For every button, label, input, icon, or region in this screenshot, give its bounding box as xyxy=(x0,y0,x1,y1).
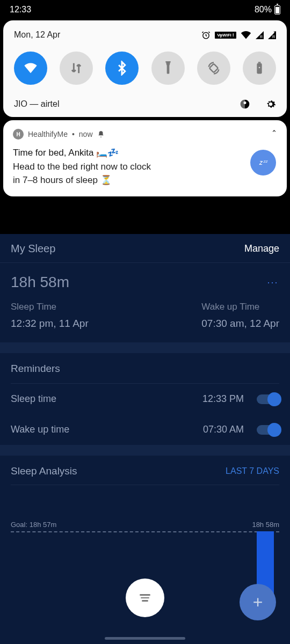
status-time: 12:33 xyxy=(10,5,31,14)
reminder-row[interactable]: Sleep time 12:33 PM xyxy=(11,384,279,414)
svg-rect-3 xyxy=(257,63,262,74)
alarm-icon xyxy=(201,31,211,40)
sleep-time-label: Sleep Time xyxy=(11,302,89,312)
bar-label: 18h 58m xyxy=(252,521,279,529)
qs-date[interactable]: Mon, 12 Apr xyxy=(14,30,60,40)
nav-handle[interactable] xyxy=(105,637,185,640)
bell-icon xyxy=(97,130,105,138)
notif-title: Time for bed, Ankita 🛏️💤 xyxy=(13,147,277,158)
qs-status-icons: Vo̬WiFi ⁞ R xR xyxy=(201,31,276,40)
rotate-icon xyxy=(206,61,221,76)
goal-label: Goal: 18h 57m xyxy=(11,521,60,529)
qs-bluetooth-tile[interactable] xyxy=(105,52,139,85)
svg-rect-4 xyxy=(258,62,261,63)
collapse-toggle[interactable]: ⌃ xyxy=(271,129,277,137)
wifi-icon xyxy=(23,61,38,76)
status-battery: 80% xyxy=(255,5,272,14)
notif-action-button[interactable]: zᶻᶻ xyxy=(250,150,276,175)
quick-settings-panel[interactable]: Mon, 12 Apr Vo̬WiFi ⁞ R xR JIO — airte xyxy=(3,20,287,117)
add-fab[interactable]: + xyxy=(240,584,276,620)
reminder-time[interactable]: 07:30 AM xyxy=(203,424,244,435)
notif-time: now xyxy=(79,130,93,138)
section-title: My Sleep xyxy=(11,243,55,255)
svg-rect-2 xyxy=(209,64,218,72)
wake-time-value: 07:30 am, 12 Apr xyxy=(201,318,279,330)
menu-fab[interactable] xyxy=(126,579,164,617)
qs-carrier-label[interactable]: JIO — airtel xyxy=(14,99,59,109)
wake-time-label: Wake up Time xyxy=(201,302,279,312)
bluetooth-icon xyxy=(114,61,129,76)
notification-card[interactable]: H HealthifyMe • now ⌃ Time for bed, Anki… xyxy=(3,120,287,196)
qs-battery-saver-tile[interactable] xyxy=(243,52,276,85)
notif-body: Head to the bed right now to clock in 7–… xyxy=(13,160,195,187)
data-icon xyxy=(69,61,84,76)
reminder-toggle[interactable] xyxy=(257,425,279,435)
kebab-menu[interactable]: ⋮ xyxy=(266,277,279,287)
app-icon: H xyxy=(13,129,24,140)
app-content: My Sleep Manage 18h 58m ⋮ Sleep Time 12:… xyxy=(0,234,290,644)
manage-button[interactable]: Manage xyxy=(244,243,279,254)
reminder-row[interactable]: Wake up time 07:30 AM xyxy=(11,414,279,445)
reminder-time[interactable]: 12:33 PM xyxy=(202,393,244,405)
sleep-total-value: 18h 58m xyxy=(11,274,69,291)
qs-flashlight-tile[interactable] xyxy=(151,52,185,85)
battery-saver-icon xyxy=(252,61,267,76)
svg-point-6 xyxy=(244,101,247,104)
period-selector[interactable]: LAST 7 DAYS xyxy=(226,466,279,476)
reminders-title: Reminders xyxy=(11,363,279,384)
status-bar: 12:33 80% xyxy=(0,0,290,19)
menu-icon xyxy=(140,594,150,602)
qs-data-tile[interactable] xyxy=(60,52,93,85)
signal-1-icon: R xyxy=(256,31,264,39)
notif-app-name: HealthifyMe xyxy=(28,130,68,138)
qs-wifi-tile[interactable] xyxy=(14,52,47,85)
signal-2-icon: xR xyxy=(268,31,276,39)
battery-icon xyxy=(274,5,280,14)
settings-icon[interactable] xyxy=(265,99,276,109)
wifi-icon xyxy=(241,31,251,39)
account-icon[interactable] xyxy=(240,99,250,109)
vowifi-badge: Vo̬WiFi ⁞ xyxy=(215,32,236,39)
sleep-time-value: 12:32 pm, 11 Apr xyxy=(11,318,89,330)
analysis-title: Sleep Analysis xyxy=(11,465,77,477)
qs-rotate-tile[interactable] xyxy=(197,52,230,85)
svg-rect-1 xyxy=(165,61,170,62)
goal-line xyxy=(11,531,279,532)
plus-icon: + xyxy=(253,592,263,612)
flashlight-icon xyxy=(161,61,176,76)
reminder-toggle[interactable] xyxy=(257,394,279,404)
